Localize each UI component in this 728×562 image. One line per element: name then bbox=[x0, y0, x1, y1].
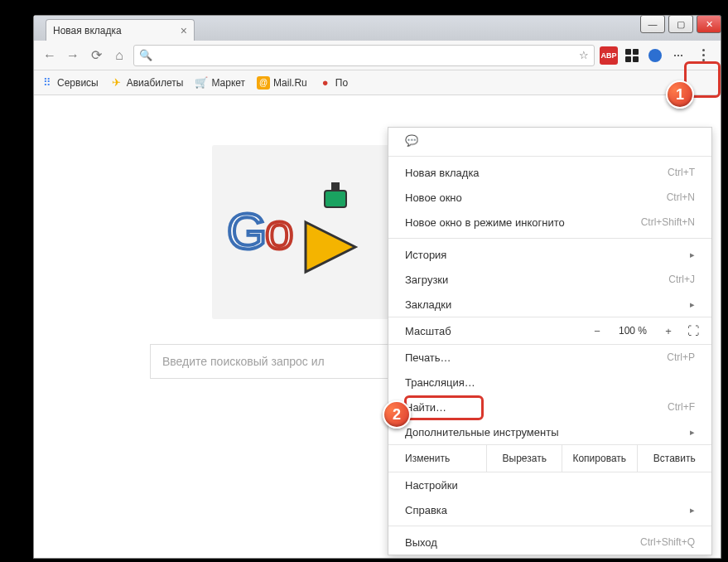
zoom-out-button[interactable]: − bbox=[584, 325, 610, 337]
menu-bookmarks[interactable]: Закладки▸ bbox=[388, 292, 711, 317]
forward-button[interactable]: → bbox=[64, 46, 82, 65]
svg-rect-2 bbox=[625, 56, 631, 62]
bookmark-aviabilety[interactable]: ✈Авиабилеты bbox=[110, 76, 184, 90]
toolbar: ← → ⟳ ⌂ 🔍 ☆ ABP ⋯ bbox=[34, 41, 721, 70]
bookmark-mailru[interactable]: @Mail.Ru bbox=[257, 76, 307, 90]
bookmark-services[interactable]: ⠿Сервисы bbox=[41, 76, 99, 90]
tab-strip: Новая вкладка × bbox=[34, 16, 721, 41]
menu-separator bbox=[388, 156, 711, 157]
omnibox[interactable]: 🔍 ☆ bbox=[133, 45, 595, 66]
chrome-menu-button[interactable] bbox=[692, 45, 714, 66]
menu-disabled-row: 💬 bbox=[388, 128, 711, 153]
svg-marker-7 bbox=[306, 222, 355, 272]
menu-exit[interactable]: ВыходCtrl+Shift+Q bbox=[388, 530, 711, 555]
bookmarks-bar: ⠿Сервисы ✈Авиабилеты 🛒Маркет @Mail.Ru ●П… bbox=[34, 70, 721, 95]
svg-point-4 bbox=[648, 49, 662, 62]
annotation-callout-1: 1 bbox=[666, 80, 694, 109]
chevron-right-icon: ▸ bbox=[690, 427, 695, 438]
zoom-percent: 100 % bbox=[610, 325, 655, 337]
menu-incognito[interactable]: Новое окно в режиме инкогнитоCtrl+Shift+… bbox=[388, 210, 711, 235]
bookmark-market[interactable]: 🛒Маркет bbox=[195, 76, 245, 90]
back-button[interactable]: ← bbox=[41, 46, 59, 65]
menu-settings[interactable]: Настройки bbox=[388, 472, 711, 497]
menu-cast[interactable]: Трансляция… bbox=[388, 370, 711, 395]
bookmark-truncated[interactable]: ●По bbox=[319, 76, 348, 90]
menu-paste[interactable]: Вставить bbox=[638, 445, 712, 472]
tab-new-tab[interactable]: Новая вкладка × bbox=[46, 19, 195, 41]
doodle-svg: G o bbox=[227, 182, 368, 282]
menu-copy[interactable]: Копировать bbox=[562, 445, 638, 472]
extension-icon-3[interactable]: ⋯ bbox=[669, 46, 687, 65]
menu-zoom-row: Масштаб − 100 % + ⛶ bbox=[388, 317, 711, 345]
page-content: G o Введите поисковый запрос ил 💬 Новая … bbox=[34, 95, 721, 558]
menu-separator bbox=[388, 526, 711, 526]
svg-rect-8 bbox=[325, 191, 346, 207]
chevron-right-icon: ▸ bbox=[690, 299, 695, 310]
address-input[interactable] bbox=[157, 46, 574, 65]
menu-edit-row: Изменить Вырезать Копировать Вставить bbox=[388, 444, 711, 472]
speech-icon: 💬 bbox=[405, 134, 695, 147]
menu-new-window[interactable]: Новое окноCtrl+N bbox=[388, 185, 711, 210]
search-icon: 🔍 bbox=[139, 49, 152, 61]
svg-text:G: G bbox=[227, 202, 267, 259]
annotation-callout-2: 2 bbox=[383, 400, 411, 429]
chevron-right-icon: ▸ bbox=[690, 505, 695, 516]
extension-icon-1[interactable] bbox=[623, 46, 641, 65]
bookmark-label: По bbox=[335, 77, 348, 89]
bookmark-label: Авиабилеты bbox=[127, 77, 184, 89]
bookmark-label: Сервисы bbox=[57, 77, 99, 89]
svg-text:o: o bbox=[265, 202, 293, 259]
menu-history[interactable]: История▸ bbox=[388, 242, 711, 267]
tab-title: Новая вкладка bbox=[53, 25, 122, 36]
menu-help[interactable]: Справка▸ bbox=[388, 497, 711, 522]
close-window-button[interactable]: ✕ bbox=[697, 15, 721, 33]
window-caption-buttons: — ▢ ✕ bbox=[637, 15, 721, 33]
menu-new-tab[interactable]: Новая вкладкаCtrl+T bbox=[388, 160, 711, 185]
menu-more-tools[interactable]: Дополнительные инструменты▸ bbox=[388, 419, 711, 444]
menu-separator bbox=[388, 238, 711, 239]
svg-rect-3 bbox=[633, 56, 639, 62]
edit-label: Изменить bbox=[388, 445, 487, 472]
fullscreen-icon[interactable]: ⛶ bbox=[682, 324, 705, 337]
home-button[interactable]: ⌂ bbox=[110, 46, 128, 65]
menu-downloads[interactable]: ЗагрузкиCtrl+J bbox=[388, 267, 711, 292]
menu-find[interactable]: Найти…Ctrl+F bbox=[388, 395, 711, 419]
browser-window: — ▢ ✕ Новая вкладка × ← → ⟳ ⌂ 🔍 ☆ ABP ⋯ … bbox=[33, 15, 721, 559]
chevron-right-icon: ▸ bbox=[690, 250, 695, 260]
svg-rect-0 bbox=[625, 49, 631, 55]
bookmark-label: Маркет bbox=[211, 77, 245, 89]
star-icon[interactable]: ☆ bbox=[579, 49, 589, 61]
tab-close-icon[interactable]: × bbox=[181, 24, 187, 37]
zoom-label: Масштаб bbox=[405, 325, 584, 337]
bookmark-label: Mail.Ru bbox=[273, 77, 307, 89]
minimize-button[interactable]: — bbox=[640, 15, 665, 33]
svg-rect-1 bbox=[633, 49, 639, 55]
search-placeholder-text: Введите поисковый запрос ил bbox=[162, 355, 325, 368]
extension-icon-2[interactable] bbox=[646, 46, 664, 65]
menu-print[interactable]: Печать…Ctrl+P bbox=[388, 345, 711, 370]
zoom-in-button[interactable]: + bbox=[655, 325, 682, 337]
reload-button[interactable]: ⟳ bbox=[87, 46, 105, 65]
chrome-menu: 💬 Новая вкладкаCtrl+T Новое окноCtrl+N Н… bbox=[388, 127, 712, 555]
maximize-button[interactable]: ▢ bbox=[668, 15, 693, 33]
extension-abp-icon[interactable]: ABP bbox=[600, 46, 618, 65]
menu-cut[interactable]: Вырезать bbox=[487, 445, 562, 472]
svg-rect-9 bbox=[331, 182, 340, 191]
